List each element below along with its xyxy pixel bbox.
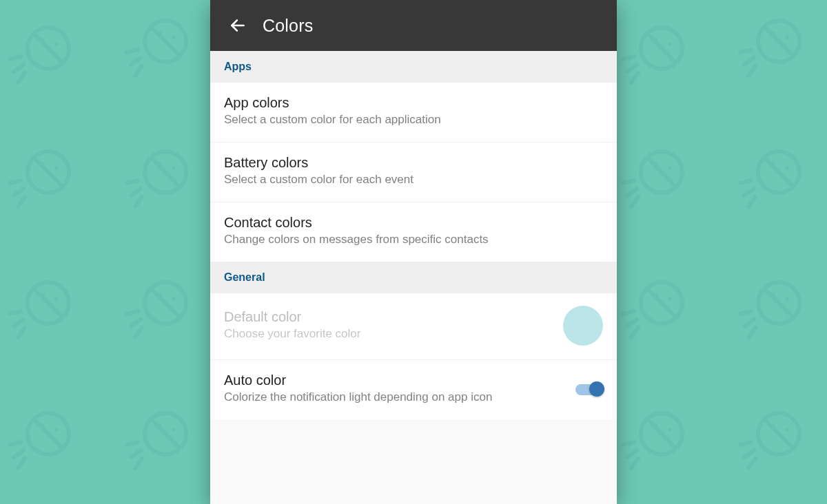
settings-screen: Colors Apps App colors Select a custom c… <box>210 0 617 504</box>
section-header-apps: Apps <box>210 51 617 83</box>
pref-app-colors[interactable]: App colors Select a custom color for eac… <box>210 83 617 143</box>
pref-default-color[interactable]: Default color Choose your favorite color <box>210 293 617 360</box>
pref-contact-colors[interactable]: Contact colors Change colors on messages… <box>210 202 617 262</box>
pref-title: Auto color <box>224 372 564 388</box>
arrow-left-icon <box>229 17 247 34</box>
pref-title: Battery colors <box>224 155 603 171</box>
section-header-general: General <box>210 262 617 293</box>
pref-subtitle: Colorize the notification light dependin… <box>224 390 564 406</box>
pref-title: Contact colors <box>224 215 603 231</box>
pref-auto-color[interactable]: Auto color Colorize the notification lig… <box>210 360 617 419</box>
app-bar: Colors <box>210 0 617 51</box>
content-scroll[interactable]: Apps App colors Select a custom color fo… <box>210 51 617 504</box>
switch-thumb-icon <box>589 381 604 397</box>
page-title: Colors <box>263 16 313 36</box>
color-swatch-icon <box>563 306 603 346</box>
auto-color-switch[interactable] <box>575 381 603 397</box>
pref-title: App colors <box>224 95 603 111</box>
pref-subtitle: Change colors on messages from specific … <box>224 232 603 248</box>
pref-subtitle: Select a custom color for each applicati… <box>224 112 603 128</box>
pref-title: Default color <box>224 309 552 325</box>
pref-battery-colors[interactable]: Battery colors Select a custom color for… <box>210 143 617 202</box>
back-button[interactable] <box>218 6 257 45</box>
pref-subtitle: Choose your favorite color <box>224 326 552 342</box>
pref-subtitle: Select a custom color for each event <box>224 172 603 188</box>
